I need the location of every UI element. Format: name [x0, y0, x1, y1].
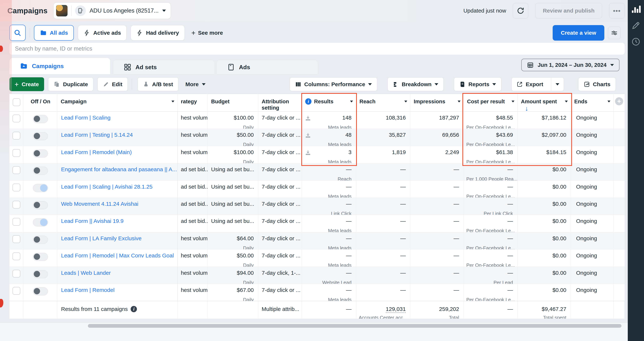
history-rail-button[interactable] [631, 36, 641, 47]
toggle-knob [40, 219, 48, 226]
row-checkbox[interactable] [12, 218, 20, 226]
select-all-checkbox[interactable] [13, 98, 20, 106]
flask-icon [143, 81, 149, 88]
campaign-toggle[interactable] [33, 201, 48, 209]
edit-button[interactable]: Edit [98, 77, 128, 91]
charts-button[interactable]: Charts [578, 77, 616, 91]
campaign-toggle[interactable] [33, 253, 48, 261]
row-checkbox[interactable] [12, 184, 20, 191]
col-header-ends[interactable]: Ends [571, 94, 614, 112]
col-header-results[interactable]: i Results [302, 94, 356, 112]
campaign-toggle[interactable] [33, 236, 48, 244]
row-checkbox[interactable] [12, 235, 20, 243]
date-range-selector[interactable]: Jun 1, 2024 – Jun 30, 2024 [521, 59, 620, 71]
breakdown-button[interactable]: Breakdown [388, 77, 444, 91]
campaign-toggle[interactable] [33, 132, 48, 140]
view-settings-button[interactable] [608, 26, 620, 39]
campaign-toggle[interactable] [33, 166, 48, 175]
edit-rail-button[interactable] [631, 20, 641, 31]
download-icon[interactable] [305, 150, 311, 156]
ab-test-button[interactable]: A/B test [138, 77, 178, 91]
campaign-link[interactable]: Lead Form | Testing | 5.14.24 [58, 129, 177, 138]
amount-spent-value: $0.00 [520, 184, 566, 190]
ends-value: Ongoing [571, 129, 613, 138]
campaign-link[interactable]: Lead Form | LA Family Exclusive [58, 232, 177, 242]
row-checkbox[interactable] [12, 252, 20, 260]
col-header-attribution[interactable]: Attribution setting [258, 94, 302, 112]
export-dropdown-button[interactable] [551, 78, 564, 91]
col-header-campaign[interactable]: Campaign [58, 94, 178, 112]
account-selector[interactable]: ADU Los Angeles (82517... [53, 2, 171, 19]
amount-spent-value: $7,186.12 [520, 114, 566, 121]
filter-chip-all-ads[interactable]: All ads [34, 25, 74, 40]
refresh-button[interactable] [513, 3, 528, 18]
campaign-link[interactable]: Lead Form | Scaling [58, 112, 177, 121]
create-button[interactable]: + Create [10, 77, 44, 91]
sort-caret-icon [512, 100, 514, 102]
reports-button[interactable]: Reports [454, 77, 501, 91]
review-and-publish-button[interactable]: Review and publish [535, 3, 602, 18]
campaign-link[interactable]: Lead Form | Remodel [58, 284, 177, 293]
filter-chip-active-ads[interactable]: Active ads [78, 25, 126, 40]
col-header-amount-spent[interactable]: Amount spent ↓ [518, 94, 571, 112]
more-options-button[interactable]: ••• [609, 3, 624, 18]
col-header-impressions[interactable]: Impressions [410, 94, 464, 112]
campaign-link[interactable]: Lead Form | Remodel (Main) [58, 146, 177, 155]
campaign-link[interactable]: Lead Form || Avishai 19.9 [58, 215, 177, 224]
campaign-link[interactable]: Web Movement 4.11.24 Avishai [58, 198, 177, 207]
toggle-knob [34, 133, 40, 139]
campaign-link[interactable]: Lead Form | Scaling | Avishai 28.1.25 [58, 181, 177, 190]
tab-ad-sets[interactable]: Ad sets [113, 60, 214, 74]
search-button[interactable] [10, 25, 26, 41]
col-header-cost-per-result[interactable]: Cost per result [464, 94, 518, 112]
amount-spent-value: $0.00 [520, 166, 566, 172]
duplicate-button[interactable]: Duplicate [48, 77, 93, 91]
row-checkbox[interactable] [12, 201, 20, 208]
row-checkbox[interactable] [12, 114, 20, 122]
campaign-link[interactable]: Lead Form | Remodel | Max Conv Leads Goa… [58, 250, 177, 259]
amount-spent-value: $0.00 [520, 287, 566, 293]
export-button[interactable]: Export [512, 78, 548, 91]
see-more-filters-button[interactable]: + See more [191, 29, 223, 36]
bid-strategy-value: hest volume [178, 250, 208, 259]
campaign-toggle[interactable] [33, 184, 48, 192]
col-header-budget[interactable]: Budget [208, 94, 258, 112]
campaign-toggle[interactable] [33, 150, 48, 158]
more-actions-button[interactable]: More [186, 81, 206, 88]
campaign-link[interactable]: Engagement for altadeana and pasaeana ||… [58, 163, 177, 172]
tab-ads[interactable]: Ads [217, 60, 318, 74]
row-checkbox[interactable] [12, 132, 20, 140]
campaign-toggle[interactable] [33, 270, 48, 278]
cost-per-result-type: Per Link Click [466, 211, 513, 215]
row-checkbox[interactable] [12, 166, 20, 174]
col-header-reach[interactable]: Reach [356, 94, 410, 112]
columns-button[interactable]: Columns: Performance [290, 77, 377, 91]
download-icon[interactable] [305, 132, 311, 138]
create-a-view-button[interactable]: Create a view [553, 25, 604, 40]
add-column-button[interactable]: + [615, 97, 623, 105]
campaign-toggle[interactable] [33, 287, 48, 296]
campaign-toggle[interactable] [33, 218, 48, 226]
download-icon[interactable] [305, 115, 311, 121]
row-checkbox[interactable] [12, 149, 20, 157]
info-icon[interactable]: i [131, 306, 137, 312]
campaign-link[interactable]: Leads | Web Lander [58, 267, 177, 276]
results-type: Meta leads [304, 297, 352, 301]
budget-value: $100.00 [210, 149, 254, 155]
info-icon[interactable]: i [305, 98, 312, 104]
filter-chip-had-delivery[interactable]: Had delivery [131, 25, 184, 40]
search-input[interactable] [10, 43, 624, 54]
tab-campaigns[interactable]: Campaigns [10, 58, 110, 74]
insights-rail-button[interactable] [631, 4, 641, 14]
footer-reach-total[interactable]: 129,031 [386, 306, 406, 313]
amount-spent-value: $0.00 [520, 218, 566, 224]
toggle-knob [34, 116, 40, 122]
horizontal-scrollbar[interactable] [88, 324, 622, 328]
results-value: — [304, 166, 352, 172]
filter-bar: All ads Active ads Had delivery + See mo… [0, 24, 628, 41]
campaign-toggle[interactable] [33, 115, 48, 123]
col-header-bid-strategy[interactable]: rategy [178, 94, 208, 112]
calendar-icon [527, 62, 534, 68]
row-checkbox[interactable] [12, 270, 20, 278]
row-checkbox[interactable] [12, 287, 20, 295]
